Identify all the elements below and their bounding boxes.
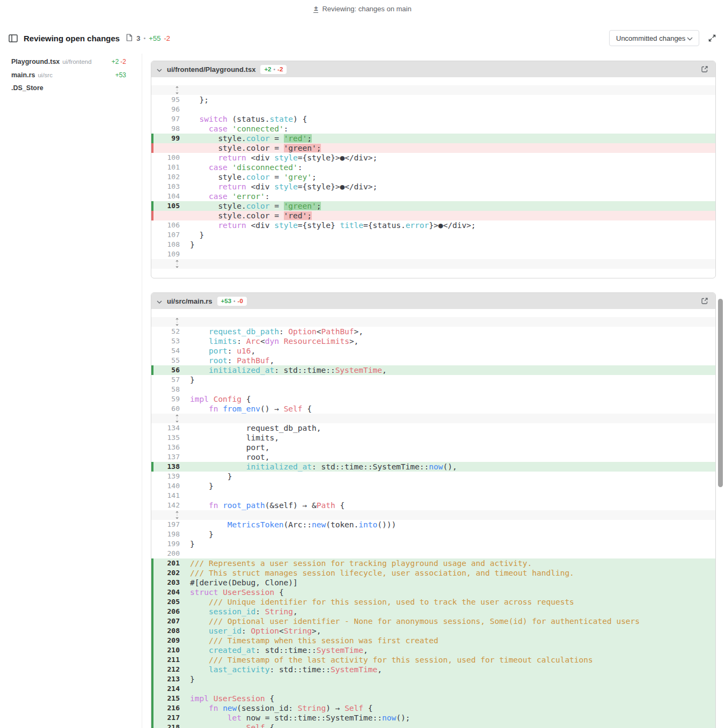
open-file-icon[interactable] bbox=[701, 297, 708, 305]
code-line: 141 bbox=[151, 491, 715, 501]
line-number: 200 bbox=[151, 549, 180, 558]
code-text: style.color = 'grey'; bbox=[180, 172, 317, 182]
file-name: Playground.tsx bbox=[11, 58, 60, 65]
code-text bbox=[180, 249, 190, 259]
expand-icon[interactable] bbox=[151, 259, 180, 269]
badge-additions: +2 bbox=[264, 66, 271, 72]
line-number: 135 bbox=[151, 433, 180, 443]
diff-stats-badge: +2•-2 bbox=[260, 65, 287, 74]
code-text: case 'connected': bbox=[180, 124, 288, 134]
line-number: 60 bbox=[151, 404, 180, 414]
code-line: 53 limits: Arc<dyn ResourceLimits>, bbox=[151, 336, 715, 346]
added-line: 99 style.color = 'red'; bbox=[151, 134, 715, 143]
code-text: } bbox=[180, 472, 232, 481]
file-stats: +2-2 bbox=[112, 58, 126, 65]
code-line: 199} bbox=[151, 539, 715, 549]
code-text: switch (status.state) { bbox=[180, 114, 307, 124]
added-line: 56 initialized_at: std::time::SystemTime… bbox=[151, 365, 715, 375]
added-line: 204struct UserSession { bbox=[151, 587, 715, 597]
code-text: fn root_path(&self) → &Path { bbox=[180, 501, 345, 510]
line-number: 213 bbox=[151, 674, 180, 684]
version-dropdown[interactable]: Uncommitted changes bbox=[609, 30, 699, 46]
line-number: 100 bbox=[151, 153, 180, 163]
code-text: initialized_at: std::time::SystemTime::n… bbox=[180, 462, 457, 472]
file-row[interactable]: .DS_Store bbox=[0, 84, 142, 98]
code-text: } bbox=[180, 539, 195, 549]
expand-row[interactable] bbox=[151, 85, 715, 95]
code-line: 58 bbox=[151, 385, 715, 394]
code-text: return <div style={style}>●</div>; bbox=[180, 182, 377, 192]
code-text: style.color = 'green'; bbox=[180, 201, 321, 211]
code-text: /// Timestamp when this session was firs… bbox=[180, 636, 438, 645]
code-line: 139 } bbox=[151, 472, 715, 481]
code-text bbox=[180, 684, 190, 694]
file-stats: +53 bbox=[115, 71, 126, 79]
code-line: 137 root, bbox=[151, 452, 715, 462]
code-line: 60 fn from_env() → Self { bbox=[151, 404, 715, 414]
line-number: 218 bbox=[151, 723, 180, 728]
badge-deletions: -2 bbox=[277, 66, 283, 72]
open-file-icon[interactable] bbox=[701, 65, 708, 73]
line-number: 56 bbox=[151, 365, 180, 375]
code-text bbox=[180, 385, 190, 394]
code-line: 54 port: u16, bbox=[151, 346, 715, 356]
line-number: 199 bbox=[151, 539, 180, 549]
line-number: 209 bbox=[151, 636, 180, 645]
added-line: 105 style.color = 'green'; bbox=[151, 201, 715, 211]
code-text: impl UserSession { bbox=[180, 694, 274, 703]
expand-row[interactable] bbox=[151, 259, 715, 269]
collapse-chevron-icon[interactable] bbox=[157, 64, 162, 74]
expand-row[interactable] bbox=[151, 317, 715, 327]
expand-icon[interactable] bbox=[151, 85, 180, 95]
line-number: 141 bbox=[151, 491, 180, 501]
expand-icon[interactable] bbox=[151, 317, 180, 327]
expand-icon[interactable] bbox=[151, 414, 180, 423]
code-text: }; bbox=[180, 95, 209, 105]
code-text: fn from_env() → Self { bbox=[180, 404, 312, 414]
code-line: 102 style.color = 'grey'; bbox=[151, 172, 715, 182]
code-line: 109 bbox=[151, 249, 715, 259]
code-line: 198 } bbox=[151, 530, 715, 539]
line-number: 134 bbox=[151, 423, 180, 433]
code-line: 135 limits, bbox=[151, 433, 715, 443]
file-path-label: ui/frontend/Playground.tsx bbox=[167, 65, 255, 73]
code-text: root: PathBuf, bbox=[180, 356, 274, 365]
chevron-down-icon bbox=[687, 34, 693, 42]
diff-card-header: ui/src/main.rs+53•-0 bbox=[151, 293, 715, 309]
line-number: 211 bbox=[151, 655, 180, 665]
code-text: return <div style={style}>●</div>; bbox=[180, 153, 377, 163]
code-text: fn new(session_id: String) → Self { bbox=[180, 703, 373, 713]
line-number: 207 bbox=[151, 616, 180, 626]
diff-card-header: ui/frontend/Playground.tsx+2•-2 bbox=[151, 61, 715, 77]
review-panel-icon[interactable] bbox=[9, 34, 18, 42]
line-number: 59 bbox=[151, 394, 180, 404]
code-line: 200 bbox=[151, 549, 715, 558]
fullscreen-expand-icon[interactable] bbox=[708, 34, 716, 42]
expand-row[interactable] bbox=[151, 510, 715, 520]
code-line: 52 request_db_path: Option<PathBuf>, bbox=[151, 327, 715, 336]
expand-row[interactable] bbox=[151, 414, 715, 423]
version-dropdown-label: Uncommitted changes bbox=[616, 34, 685, 42]
code-text: let now = std::time::SystemTime::now(); bbox=[180, 713, 410, 723]
badge-separator: • bbox=[274, 67, 276, 72]
code-text: created_at: std::time::SystemTime, bbox=[180, 645, 368, 655]
collapse-chevron-icon[interactable] bbox=[157, 296, 162, 306]
line-number: 138 bbox=[151, 462, 180, 472]
file-row[interactable]: main.rsui/src+53 bbox=[0, 71, 142, 85]
code-line: 57} bbox=[151, 375, 715, 385]
scrollbar-thumb[interactable] bbox=[718, 299, 723, 487]
file-row[interactable]: Playground.tsxui/frontend+2-2 bbox=[0, 58, 142, 71]
expand-icon[interactable] bbox=[151, 510, 180, 520]
badge-additions: +53 bbox=[221, 298, 232, 304]
code-line: 103 return <div style={style}>●</div>; bbox=[151, 182, 715, 192]
line-number: 96 bbox=[151, 105, 180, 114]
code-text: case 'disconnected': bbox=[180, 163, 303, 172]
line-number: 105 bbox=[151, 201, 180, 211]
diff-card: ui/frontend/Playground.tsx+2•-295 };9697… bbox=[151, 61, 716, 278]
code-text: /// Timestamp of the last activity for t… bbox=[180, 655, 593, 665]
topbar-title: Reviewing: changes on main bbox=[322, 5, 411, 13]
diff-body: 95 };9697 switch (status.state) {98 case… bbox=[151, 77, 715, 278]
review-header: Reviewing open changes 3 • +55 -2 Uncomm… bbox=[9, 30, 716, 47]
added-line: 207 /// Optional user identifier - None … bbox=[151, 616, 715, 626]
code-text: last_activity: std::time::SystemTime, bbox=[180, 665, 382, 674]
